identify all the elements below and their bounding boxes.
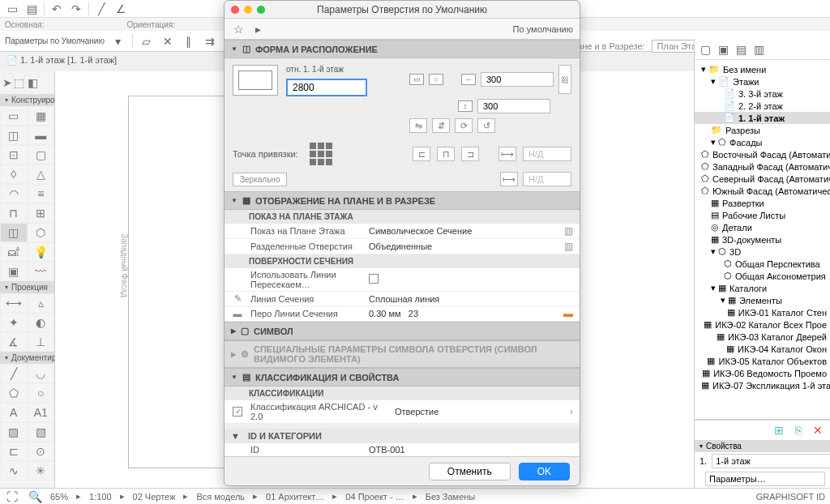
morph-icon[interactable]: ⬡ [28,223,55,242]
project-tree[interactable]: ▾ 📁 Без имени ▾ 📄 Этажи 📄 3. 3-й этаж 📄 … [695,60,830,419]
line-tool-icon[interactable]: ╱ [94,2,109,16]
nav-tab2-icon[interactable]: ▣ [716,42,730,57]
mesh-icon[interactable]: 〰 [28,262,55,281]
dropdown-icon[interactable]: ▾ [111,34,126,49]
pick-icon[interactable]: ▥ [554,241,573,252]
clone-icon[interactable]: ⎘ [791,423,806,438]
align-l-icon[interactable]: ⊏ [413,147,430,161]
section-special[interactable]: ▶⚙ СПЕЦИАЛЬНЫЕ ПАРАМЕТРЫ СИМВОЛА ОТВЕРСТ… [225,340,580,368]
section-display[interactable]: ▼▦ ОТОБРАЖЕНИЕ НА ПЛАНЕ И В РАЗРЕЗЕ [225,191,580,210]
angle-tool-icon[interactable]: ∠ [113,2,128,16]
hatch-icon[interactable]: ▧ [28,422,55,442]
fav-dropdown-icon[interactable]: ▸ [250,22,265,36]
ok-button[interactable]: OK [519,463,570,481]
minimize-icon[interactable] [244,6,252,14]
cw-icon[interactable]: ▦ [28,106,55,126]
mirror-toggle[interactable]: Зеркально [233,173,287,186]
shell-icon[interactable]: ◠ [0,184,28,203]
arrow-tool-icon[interactable]: ➤ [2,73,13,92]
fill-icon[interactable]: ▨ [0,422,28,442]
angle-icon[interactable]: ∡ [0,332,28,352]
lamp-icon[interactable]: 💡 [28,242,55,262]
line-icon[interactable]: ╱ [0,364,28,383]
default-link[interactable]: По умолчанию [513,24,573,34]
detail-icon[interactable]: ⊙ [28,442,55,461]
graphisoft-id[interactable]: GRAPHISOFT ID [756,492,825,502]
flip-v-icon[interactable]: ⇵ [432,118,450,133]
class-checkbox[interactable] [233,407,242,416]
anchor-grid[interactable] [310,143,332,165]
radial-icon[interactable]: ◐ [28,313,55,332]
nav-tab4-icon[interactable]: ▥ [751,42,766,57]
object-icon[interactable]: 🛋 [0,242,28,262]
two-line-icon[interactable]: ⇉ [203,34,217,49]
view-header[interactable]: Проекция [0,281,54,293]
pick-icon[interactable]: ▥ [554,225,573,237]
flip-h-icon[interactable]: ⇋ [409,118,427,133]
rect-shape-icon[interactable]: ▭ [409,74,424,85]
door-icon[interactable]: ▢ [28,145,55,164]
params-button[interactable] [705,472,825,486]
dim-icon[interactable]: ⟷ [0,293,28,313]
parallel-icon[interactable]: ∥ [182,34,196,49]
undo-icon[interactable]: ↶ [49,2,64,16]
align-c-icon[interactable]: ⊓ [437,147,455,161]
zoom-fit-icon[interactable]: ⛶ [5,489,19,504]
level-icon[interactable]: ▵ [28,293,55,313]
beam-icon[interactable]: ▬ [28,126,55,145]
camera-icon[interactable]: ✳ [28,461,55,481]
label-icon[interactable]: A1 [28,403,55,422]
section-symbol[interactable]: ▶▢ СИМВОЛ [225,322,580,340]
cross-icon[interactable]: ✕ [160,34,175,49]
delete-icon[interactable]: ✕ [811,423,825,438]
new-icon[interactable]: ▭ [5,2,19,16]
circle-icon[interactable]: ○ [28,383,55,403]
favorite-icon[interactable]: ☆ [231,22,246,36]
floor-name-input[interactable] [712,454,830,468]
cancel-button[interactable]: Отменить [429,463,511,481]
point-icon[interactable]: ✦ [0,313,28,332]
slab-icon[interactable]: ◊ [0,164,28,184]
rail-icon[interactable]: ⊓ [0,203,28,223]
poly-icon[interactable]: ⬠ [0,383,28,403]
offset2-icon[interactable]: ⟼ [500,172,518,186]
offset1-icon[interactable]: ⟼ [498,147,516,161]
close-icon[interactable] [231,6,239,14]
roof-icon[interactable]: △ [28,164,55,184]
text-icon[interactable]: A [0,403,28,422]
titlebar[interactable]: Параметры Отверстия по Умолчанию [225,1,580,19]
window-icon[interactable]: ⊡ [0,145,28,164]
zoom-in-icon[interactable]: 🔍 [28,489,42,504]
column-icon[interactable]: ◫ [0,126,28,145]
doc-header[interactable]: Документиро [0,352,54,364]
opening-icon[interactable]: ◫ [0,223,28,242]
grid-icon[interactable]: ⊞ [28,203,55,223]
rotate-icon[interactable]: ⟳ [455,118,473,133]
geom-icon[interactable]: ▱ [139,34,154,49]
nav-tab3-icon[interactable]: ▤ [734,42,748,57]
properties-header[interactable]: Свойства [695,440,830,452]
nav-tab1-icon[interactable]: ▢ [698,42,712,57]
maximize-icon[interactable] [257,6,265,14]
stair-icon[interactable]: ≡ [28,184,55,203]
section-classification[interactable]: ▼▤ КЛАССИФИКАЦИЯ И СВОЙСТВА [225,368,580,387]
design-header[interactable]: Конструиров [0,94,54,106]
link-icon[interactable]: ⛓ [558,65,571,94]
section-icon[interactable]: ⊏ [0,442,28,461]
height-input[interactable] [477,99,550,113]
expand-icon[interactable]: ◧ [25,73,40,92]
marquee-tool-icon[interactable]: ⬚ [13,73,25,92]
width-input[interactable] [481,72,554,87]
section-shape[interactable]: ▼◫ ФОРМА И РАСПОЛОЖЕНИЕ [225,40,580,58]
circle-shape-icon[interactable]: ○ [429,74,443,85]
elevation-input[interactable] [286,79,367,96]
newview-icon[interactable]: ⊞ [772,423,786,438]
reset-icon[interactable]: ↺ [477,118,495,133]
elev-icon[interactable]: ⊥ [28,332,55,352]
use-cut-lines-checkbox[interactable] [369,274,379,284]
redo-icon[interactable]: ↷ [69,2,83,16]
open-icon[interactable]: ▤ [24,2,39,16]
wall-icon[interactable]: ▭ [0,106,28,126]
arc-icon[interactable]: ◡ [28,364,55,383]
chevron-right-icon[interactable]: › [554,406,573,417]
